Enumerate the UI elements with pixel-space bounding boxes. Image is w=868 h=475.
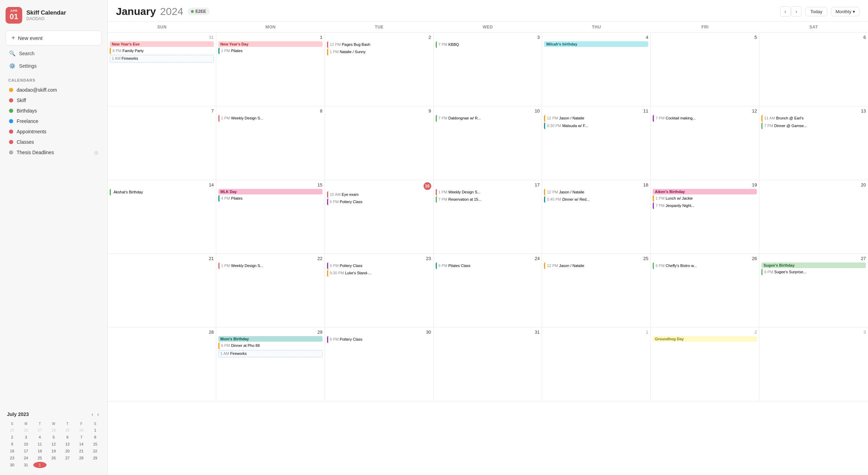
event-item[interactable]: 1 PM Weekly Design S... [436, 189, 540, 195]
cal-cell[interactable]: 19Aiken's Birthday1 PM Lunch w/ Jackie7 … [651, 180, 759, 254]
mini-cal-day[interactable]: 18 [33, 448, 47, 454]
cal-cell[interactable]: 4Milcah's birthday [542, 33, 651, 106]
mini-cal-day[interactable]: 26 [19, 427, 33, 433]
event-item[interactable]: 12 PM Jason / Natalie [544, 262, 648, 269]
mini-cal-day[interactable]: 17 [19, 448, 33, 454]
cal-cell[interactable]: 6 [759, 33, 868, 106]
view-selector-button[interactable]: Monthly ▾ [831, 7, 860, 16]
event-item[interactable]: Groundhog Day [653, 336, 757, 342]
event-item[interactable]: 7 PM Reservation at 15... [436, 196, 540, 203]
event-item[interactable]: Aiken's Birthday [653, 189, 757, 194]
mini-cal-day[interactable]: 26 [47, 455, 60, 461]
event-item[interactable]: 1 AMFireworks [110, 55, 214, 62]
event-item[interactable]: New Year's Eve [110, 41, 214, 47]
search-nav-item[interactable]: 🔍 Search [6, 48, 102, 59]
cal-cell[interactable]: 29Mom's Birthday6 PM Dinner at Pho 881 A… [216, 327, 325, 401]
mini-cal-day[interactable]: 3 [19, 434, 33, 440]
mini-cal-day[interactable]: 20 [61, 448, 74, 454]
mini-cal-day[interactable]: 30 [75, 427, 88, 433]
mini-cal-day[interactable]: 15 [89, 441, 102, 447]
mini-cal-day[interactable]: 12 [47, 441, 60, 447]
event-item[interactable]: 6 PM Sugee's Surprise... [761, 269, 866, 275]
calendar-item-freelance[interactable]: Freelance [6, 116, 102, 126]
hide-icon[interactable]: ◎ [94, 150, 98, 155]
mini-cal-day[interactable]: 10 [19, 441, 33, 447]
cal-cell[interactable]: 21 [108, 254, 216, 327]
event-item[interactable]: Akshat's Birthday [110, 189, 214, 195]
mini-cal-day[interactable]: 13 [61, 441, 74, 447]
event-item[interactable]: MLK Day [218, 189, 323, 194]
event-item[interactable]: 4 PM Pilates [218, 195, 323, 202]
cal-cell[interactable]: 2Groundhog Day [651, 327, 759, 401]
event-item[interactable]: 7 PM KBBQ [436, 41, 540, 48]
cal-cell[interactable]: 127 PM Cocktail making... [651, 106, 759, 180]
prev-month-button[interactable]: ‹ [780, 6, 791, 17]
cal-cell[interactable]: 27Sugee's Birthday6 PM Sugee's Surprise.… [759, 254, 868, 327]
mini-cal-day[interactable]: 27 [61, 455, 74, 461]
event-item[interactable]: 10 AM Eye exam [327, 191, 431, 198]
mini-cal-day[interactable]: 2 [6, 434, 19, 440]
mini-cal-day[interactable]: 1 [89, 427, 102, 433]
event-item[interactable]: 6 PM Dinner at Pho 88 [218, 342, 323, 349]
event-item[interactable]: 6 PM Pilates Class [436, 262, 540, 269]
cal-cell[interactable]: 306 PM Pottery Class [325, 327, 434, 401]
cal-cell[interactable]: 15MLK Day4 PM Pilates [216, 180, 325, 254]
cal-cell[interactable]: 37 PM KBBQ [434, 33, 542, 106]
today-button[interactable]: Today [805, 7, 828, 16]
event-item[interactable]: 1 PM Natalie / Sunny [327, 49, 431, 55]
cal-cell[interactable]: 1812 PM Jason / Natalie5:45 PM Dinner w/… [542, 180, 651, 254]
cal-cell[interactable]: 81 PM Weekly Design S... [216, 106, 325, 180]
mini-cal-day[interactable]: 21 [75, 448, 88, 454]
event-item[interactable]: New Year's Day [218, 41, 323, 47]
calendar-item-skiff[interactable]: Skiff [6, 95, 102, 105]
cal-cell[interactable]: 3 [759, 327, 868, 401]
mini-cal-day[interactable]: 6 [61, 434, 74, 440]
mini-cal-day[interactable]: 25 [6, 427, 19, 433]
event-item[interactable]: 1 PM Pilates [218, 48, 323, 54]
cal-cell[interactable]: 1New Year's Day1 PM Pilates [216, 33, 325, 106]
event-item[interactable]: 5:45 PM Dinner w/ Red... [544, 196, 648, 203]
next-month-button[interactable]: › [791, 6, 802, 17]
cal-cell[interactable]: 236 PM Pottery Class9:30 PM Luke's Stand… [325, 254, 434, 327]
calendar-item-classes[interactable]: Classes [6, 137, 102, 147]
cal-cell[interactable]: 1112 PM Jason / Natalie6:30 PM Matsuda w… [542, 106, 651, 180]
new-event-button[interactable]: + New event [6, 31, 102, 45]
mini-cal-day[interactable]: 31 [19, 462, 33, 468]
mini-cal-day[interactable]: 9 [6, 441, 19, 447]
mini-cal-day[interactable]: 28 [47, 427, 60, 433]
calendar-item-appointments[interactable]: Appointments [6, 127, 102, 136]
mini-cal-day[interactable]: 29 [61, 427, 74, 433]
mini-cal-day[interactable]: 30 [6, 462, 19, 468]
mini-cal-day[interactable]: 5 [47, 434, 60, 440]
mini-cal-day[interactable]: 22 [89, 448, 102, 454]
cal-cell[interactable]: 1 [542, 327, 651, 401]
event-item[interactable]: 8 PM Family Party [110, 48, 214, 54]
settings-nav-item[interactable]: ⚙️ Settings [6, 60, 102, 72]
mini-cal-day[interactable]: 11 [33, 441, 47, 447]
mini-cal-day[interactable]: 7 [75, 434, 88, 440]
mini-cal-day[interactable]: 27 [33, 427, 47, 433]
event-item[interactable]: 12 PM Jason / Natalie [544, 189, 648, 195]
cal-cell[interactable]: 1610 AM Eye exam6 PM Pottery Class [325, 180, 434, 254]
event-item[interactable]: 7 PM Daldongnae w/ R... [436, 115, 540, 122]
event-item[interactable]: Sugee's Birthday [761, 262, 866, 268]
calendar-item-daodao[interactable]: daodao@skiff.com [6, 85, 102, 95]
mini-cal-day[interactable]: 14 [75, 441, 88, 447]
event-item[interactable]: 9:30 PM Luke's Stand-... [327, 270, 431, 276]
cal-cell[interactable]: 266 PM Cheffy's Bistro w... [651, 254, 759, 327]
cal-cell[interactable]: 5 [651, 33, 759, 106]
event-item[interactable]: 6:30 PM Matsuda w/ F... [544, 123, 648, 129]
cal-cell[interactable]: 14Akshat's Birthday [108, 180, 216, 254]
cal-cell[interactable]: 31 [434, 327, 542, 401]
calendar-item-thesis[interactable]: Thesis Deadlines ◎ [6, 148, 102, 157]
event-item[interactable]: Mom's Birthday [218, 336, 323, 342]
mini-cal-day[interactable]: 1 [33, 462, 47, 468]
event-item[interactable]: 1 PM Weekly Design S... [218, 115, 323, 122]
cal-cell[interactable]: 9 [325, 106, 434, 180]
cal-cell[interactable]: 20 [759, 180, 868, 254]
mini-cal-day[interactable]: 29 [89, 455, 102, 461]
cal-cell[interactable]: 221 PM Weekly Design S... [216, 254, 325, 327]
mini-cal-day[interactable]: 28 [75, 455, 88, 461]
event-item[interactable]: 6 PM Pottery Class [327, 199, 431, 205]
mini-cal-day[interactable]: 23 [6, 455, 19, 461]
